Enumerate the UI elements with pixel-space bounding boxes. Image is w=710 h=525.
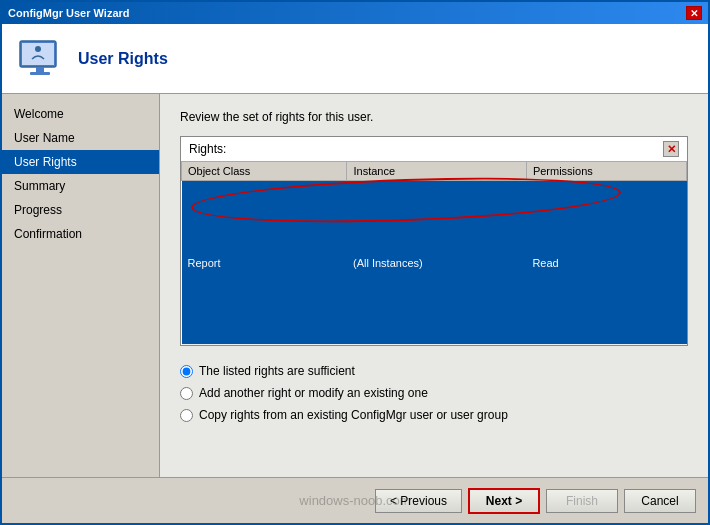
col-permissions: Permissions <box>526 162 686 181</box>
rights-panel-header: Rights: ✕ <box>181 137 687 161</box>
col-instance: Instance <box>347 162 526 181</box>
wizard-header-title: User Rights <box>78 50 168 68</box>
content-area: Welcome User Name User Rights Summary Pr… <box>2 94 708 477</box>
wizard-sidebar: Welcome User Name User Rights Summary Pr… <box>2 94 160 477</box>
radio-add[interactable] <box>180 387 193 400</box>
title-bar: ConfigMgr User Wizard ✕ <box>2 2 708 24</box>
instruction-text: Review the set of rights for this user. <box>180 110 688 124</box>
finish-button[interactable]: Finish <box>546 489 618 513</box>
wizard-window: ConfigMgr User Wizard ✕ User Rights Welc… <box>0 0 710 525</box>
cancel-button[interactable]: Cancel <box>624 489 696 513</box>
rights-label: Rights: <box>189 142 226 156</box>
wizard-icon <box>16 35 64 83</box>
cell-instance: (All Instances) <box>347 181 526 345</box>
sidebar-item-progress[interactable]: Progress <box>2 198 159 222</box>
previous-button[interactable]: < Previous <box>375 489 462 513</box>
radio-option-copy[interactable]: Copy rights from an existing ConfigMgr u… <box>180 408 688 422</box>
cell-object-class: Report <box>182 181 347 345</box>
radio-copy[interactable] <box>180 409 193 422</box>
window-close-button[interactable]: ✕ <box>686 6 702 20</box>
wizard-footer: windows-noob.com < Previous Next > Finis… <box>2 477 708 523</box>
radio-group: The listed rights are sufficient Add ano… <box>180 364 688 430</box>
wizard-header: User Rights <box>2 24 708 94</box>
rights-table: Object Class Instance Permissions Report… <box>181 161 687 345</box>
main-panel: Review the set of rights for this user. … <box>160 94 708 477</box>
svg-rect-3 <box>30 72 50 75</box>
cell-permissions: Read <box>526 181 686 345</box>
sidebar-item-username[interactable]: User Name <box>2 126 159 150</box>
radio-option-add[interactable]: Add another right or modify an existing … <box>180 386 688 400</box>
svg-point-4 <box>35 46 41 52</box>
col-object-class: Object Class <box>182 162 347 181</box>
panel-close-button[interactable]: ✕ <box>663 141 679 157</box>
window-title: ConfigMgr User Wizard <box>8 7 130 19</box>
table-row[interactable]: Report (All Instances) Read <box>182 181 687 345</box>
sidebar-item-userrights[interactable]: User Rights <box>2 150 159 174</box>
sidebar-item-summary[interactable]: Summary <box>2 174 159 198</box>
sidebar-item-welcome[interactable]: Welcome <box>2 102 159 126</box>
sidebar-item-confirmation[interactable]: Confirmation <box>2 222 159 246</box>
rights-panel: Rights: ✕ Object Class Instance Permissi… <box>180 136 688 346</box>
next-button[interactable]: Next > <box>468 488 540 514</box>
radio-sufficient[interactable] <box>180 365 193 378</box>
radio-option-sufficient[interactable]: The listed rights are sufficient <box>180 364 688 378</box>
